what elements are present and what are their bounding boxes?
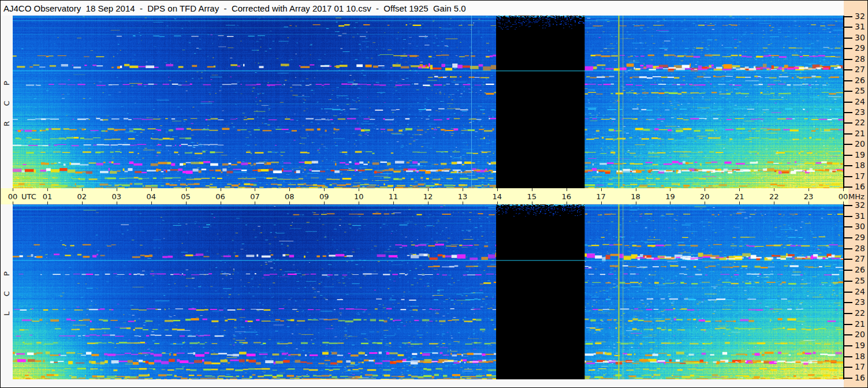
freq-tick-label: 24 <box>855 287 868 296</box>
time-tick-label: 14 <box>493 192 502 201</box>
utc-unit-label: UTC <box>21 192 36 201</box>
freq-tick-label: 30 <box>855 33 868 42</box>
freq-tick <box>843 270 852 271</box>
time-tick-label: 22 <box>769 192 779 201</box>
hour-tick <box>324 188 325 191</box>
lcp-axis-label-box: L C P <box>1 204 12 379</box>
freq-tick-label: 28 <box>855 54 868 64</box>
hour-tick <box>705 188 705 191</box>
hour-tick <box>393 202 394 204</box>
freq-tick <box>843 176 852 177</box>
freq-tick-label: 26 <box>855 265 868 274</box>
hour-tick <box>601 202 602 204</box>
freq-tick-label: 25 <box>855 276 868 285</box>
time-tick-label: 21 <box>735 192 744 201</box>
rcp-axis-label-box: R C P <box>1 16 12 188</box>
hour-tick <box>151 202 152 204</box>
freq-tick-label: 20 <box>855 330 868 339</box>
freq-tick-label: 21 <box>855 319 868 329</box>
hour-tick <box>186 202 187 204</box>
time-tick-label: 23 <box>804 192 814 201</box>
freq-tick-label: 24 <box>855 97 868 106</box>
freq-tick <box>843 38 852 39</box>
freq-tick-label: 23 <box>855 297 868 307</box>
hour-tick <box>636 202 636 204</box>
freq-tick <box>843 155 852 156</box>
time-tick-label: 13 <box>458 192 468 201</box>
freq-tick <box>843 112 852 113</box>
hour-tick <box>359 202 359 204</box>
time-tick-label: 01 <box>43 192 53 201</box>
freq-tick <box>843 16 852 17</box>
freq-tick-label: 29 <box>855 43 868 53</box>
freq-tick-label: 27 <box>855 254 868 263</box>
freq-tick-label: 25 <box>855 86 868 95</box>
freq-tick <box>843 292 852 293</box>
time-tick-label: 00 <box>839 192 848 201</box>
hour-tick <box>601 188 602 191</box>
time-tick-label: 18 <box>631 192 640 201</box>
time-tick-label: 04 <box>146 192 156 201</box>
hour-tick <box>47 188 48 191</box>
freq-tick <box>843 165 852 166</box>
hour-tick <box>359 188 359 191</box>
page-title: AJ4CO Observatory 18 Sep 2014 - DPS on T… <box>3 3 466 13</box>
freq-tick <box>843 102 852 103</box>
freq-tick-label: 22 <box>855 308 868 318</box>
freq-tick <box>843 144 852 145</box>
freq-tick <box>843 324 852 325</box>
freq-tick-label: 26 <box>855 76 868 85</box>
hour-tick <box>186 188 187 191</box>
spectrograph-window: AJ4CO Observatory 18 Sep 2014 - DPS on T… <box>0 0 868 388</box>
hour-tick <box>774 202 774 204</box>
time-tick-label: 10 <box>354 192 364 201</box>
freq-tick <box>843 133 852 135</box>
time-tick-label: 06 <box>215 192 225 201</box>
hour-tick <box>497 202 498 204</box>
hour-tick <box>255 202 255 204</box>
freq-tick-label: 27 <box>855 65 868 74</box>
freq-tick <box>843 59 852 60</box>
freq-tick-label: 18 <box>855 161 868 170</box>
hour-tick <box>567 202 567 204</box>
time-axis: UTC 000102030405060708091011121314151617… <box>1 188 848 204</box>
hour-tick <box>532 202 532 204</box>
freq-tick-label: 20 <box>855 139 868 148</box>
hour-tick <box>221 188 221 191</box>
freq-tick-label: 31 <box>855 211 868 221</box>
freq-tick <box>843 313 852 314</box>
time-tick-label: 15 <box>527 192 537 201</box>
freq-tick-label: 19 <box>855 341 868 350</box>
hour-tick <box>82 202 83 204</box>
title-bar: AJ4CO Observatory 18 Sep 2014 - DPS on T… <box>1 1 844 16</box>
hour-tick <box>532 188 532 191</box>
hour-tick <box>739 202 740 204</box>
hour-tick <box>809 202 809 204</box>
freq-tick <box>843 48 852 49</box>
rcp-axis-label: R C P <box>2 77 11 126</box>
freq-tick <box>843 237 852 238</box>
hour-tick <box>13 188 13 191</box>
hour-tick <box>289 202 290 204</box>
hour-tick <box>670 188 670 191</box>
hour-tick <box>428 188 429 191</box>
hour-tick <box>221 202 221 204</box>
freq-tick-label: 17 <box>855 362 868 371</box>
freq-tick-label: 16 <box>855 182 868 191</box>
lcp-axis-label: L C P <box>2 268 11 316</box>
hour-tick <box>705 202 705 204</box>
freq-tick-label: 28 <box>855 244 868 253</box>
hour-tick <box>428 202 429 204</box>
hour-tick <box>463 202 463 204</box>
time-tick-label: 11 <box>389 192 398 201</box>
freq-tick-label: 18 <box>855 352 868 361</box>
freq-tick <box>843 122 852 124</box>
time-tick-label: 05 <box>181 192 191 201</box>
freq-tick-label: 17 <box>855 171 868 181</box>
hour-tick <box>117 202 117 204</box>
freq-tick <box>843 378 852 379</box>
freq-tick <box>843 91 852 92</box>
freq-tick <box>843 205 852 206</box>
rcp-spectrogram-canvas <box>13 16 843 188</box>
freq-tick <box>843 80 852 81</box>
